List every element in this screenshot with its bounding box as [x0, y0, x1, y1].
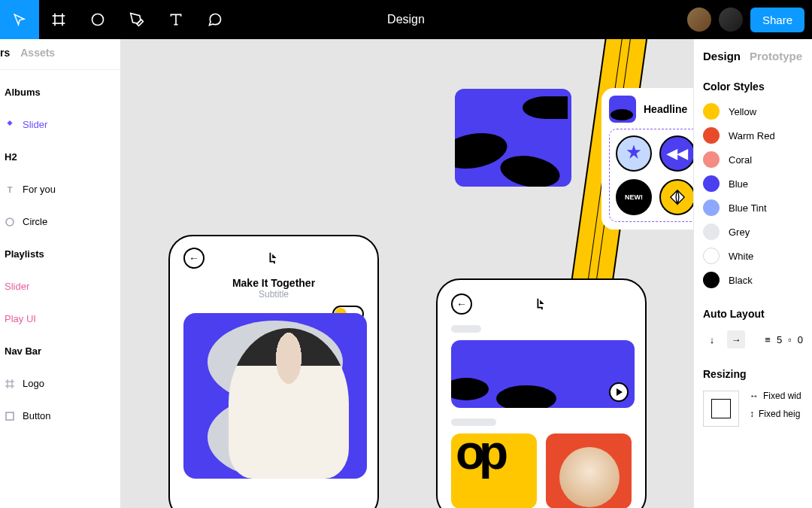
- skeleton-bar: [451, 325, 481, 333]
- collaborator-avatar-2[interactable]: [719, 8, 743, 32]
- layer-slider[interactable]: Slider: [0, 108, 120, 141]
- color-style-row[interactable]: Blue Tint: [703, 199, 803, 216]
- badge-rewind[interactable]: ◀◀: [659, 135, 693, 172]
- direction-vertical[interactable]: ↓: [703, 330, 721, 348]
- layer-slider-2[interactable]: Slider: [0, 270, 120, 303]
- layer-circle[interactable]: Circle: [0, 205, 120, 238]
- logo-icon: [533, 296, 550, 312]
- album-artwork: [183, 313, 367, 479]
- color-name: White: [729, 251, 753, 262]
- color-style-row[interactable]: White: [703, 248, 803, 264]
- resize-width[interactable]: ↔Fixed wid: [750, 391, 801, 401]
- collaborator-avatar-1[interactable]: [687, 8, 711, 32]
- height-icon: ↕: [750, 409, 754, 419]
- color-swatch: [703, 199, 720, 216]
- width-icon: ↔: [750, 391, 759, 401]
- badge-new[interactable]: NEW!: [616, 179, 652, 215]
- comment-icon: [208, 12, 223, 27]
- padding-icon: ▫: [788, 334, 792, 345]
- color-styles-list: YellowWarm RedCoralBlueBlue TintGreyWhit…: [703, 103, 803, 288]
- color-swatch: [703, 175, 720, 192]
- direction-horizontal[interactable]: →: [727, 330, 745, 348]
- text-tool[interactable]: [156, 0, 195, 39]
- phone-frame-2[interactable]: ← op: [436, 278, 647, 508]
- color-style-row[interactable]: Grey: [703, 224, 803, 240]
- right-panel-tabs: Design Prototype: [703, 50, 803, 62]
- layer-for-you[interactable]: TFor you: [0, 173, 120, 205]
- move-tool[interactable]: [0, 0, 39, 39]
- pen-icon: [129, 12, 144, 27]
- tile-yellow[interactable]: op: [451, 433, 537, 508]
- layer-label: Nav Bar: [5, 345, 41, 357]
- auto-layout-title: Auto Layout: [703, 308, 803, 320]
- svg-rect-7: [7, 120, 12, 126]
- color-style-row[interactable]: Coral: [703, 151, 803, 168]
- resize-preview[interactable]: [703, 391, 739, 427]
- rect-layer-icon: [5, 411, 15, 421]
- left-panel-tabs: rs Assets: [0, 39, 120, 70]
- tab-layers[interactable]: rs: [0, 47, 10, 59]
- layer-albums[interactable]: Albums: [0, 76, 120, 108]
- color-name: Blue: [729, 178, 748, 190]
- layer-play-ui[interactable]: Play UI: [0, 303, 120, 335]
- layer-label: Button: [23, 410, 51, 421]
- frame-tool[interactable]: [39, 0, 78, 39]
- song-title: Make It Together: [183, 277, 364, 289]
- color-swatch: [703, 272, 720, 288]
- share-button[interactable]: Share: [750, 8, 804, 32]
- color-name: Coral: [729, 154, 752, 166]
- artwork-card-1[interactable]: [455, 89, 571, 187]
- color-swatch: [703, 151, 720, 168]
- ellipse-layer-icon: [5, 217, 15, 227]
- svg-marker-14: [627, 144, 641, 159]
- badge-diamond[interactable]: [659, 179, 693, 215]
- layer-label: For you: [23, 184, 56, 195]
- color-style-row[interactable]: Black: [703, 272, 803, 288]
- color-style-row[interactable]: Yellow: [703, 103, 803, 120]
- padding-value[interactable]: 0: [798, 334, 803, 345]
- top-toolbar: Design Share: [0, 0, 812, 39]
- pen-tool[interactable]: [117, 0, 156, 39]
- spacing-value[interactable]: 5: [777, 334, 782, 345]
- shape-tool[interactable]: [78, 0, 117, 39]
- color-name: Yellow: [729, 106, 756, 117]
- resizing-title: Resizing: [703, 368, 803, 380]
- color-style-row[interactable]: Blue: [703, 175, 803, 192]
- tab-assets[interactable]: Assets: [20, 47, 55, 59]
- resize-height[interactable]: ↕Fixed heig: [750, 409, 801, 419]
- tab-prototype[interactable]: Prototype: [750, 50, 802, 62]
- color-style-row[interactable]: Warm Red: [703, 127, 803, 144]
- color-swatch: [703, 127, 720, 144]
- layer-label: Albums: [5, 87, 41, 98]
- color-swatch: [703, 224, 720, 240]
- tile-red[interactable]: [546, 433, 632, 508]
- svg-point-4: [92, 14, 104, 26]
- color-name: Black: [729, 275, 753, 286]
- layer-h2[interactable]: H2: [0, 141, 120, 173]
- layer-nav-bar[interactable]: Nav Bar: [0, 335, 120, 367]
- phone-frame-1[interactable]: ← Make It Together Subtitle: [168, 235, 379, 508]
- component-frame[interactable]: Headline ◀◀ NEW!: [601, 88, 693, 230]
- color-name: Grey: [729, 227, 750, 238]
- badge-grid: ◀◀ NEW!: [609, 129, 693, 222]
- tab-design[interactable]: Design: [703, 50, 741, 62]
- layer-label: Circle: [23, 216, 47, 227]
- text-layer-icon: T: [5, 184, 15, 195]
- canvas[interactable]: Headline ◀◀ NEW! ← Make It Together Subt…: [120, 39, 693, 508]
- layer-label: Slider: [23, 119, 47, 130]
- document-title[interactable]: Design: [387, 13, 425, 26]
- back-button[interactable]: ←: [183, 248, 205, 269]
- badge-star[interactable]: [616, 135, 652, 172]
- color-styles-title: Color Styles: [703, 81, 803, 93]
- play-icon[interactable]: [609, 382, 629, 402]
- layer-playlists[interactable]: Playlists: [0, 238, 120, 270]
- frame-icon: [51, 12, 66, 27]
- back-button[interactable]: ←: [451, 294, 472, 315]
- layer-label: Play UI: [5, 313, 36, 324]
- layer-logo[interactable]: Logo: [0, 367, 120, 400]
- video-card[interactable]: [451, 340, 635, 408]
- comment-tool[interactable]: [195, 0, 235, 39]
- song-subtitle: Subtitle: [183, 289, 364, 300]
- layer-button[interactable]: Button: [0, 400, 120, 432]
- skeleton-bar: [451, 418, 496, 426]
